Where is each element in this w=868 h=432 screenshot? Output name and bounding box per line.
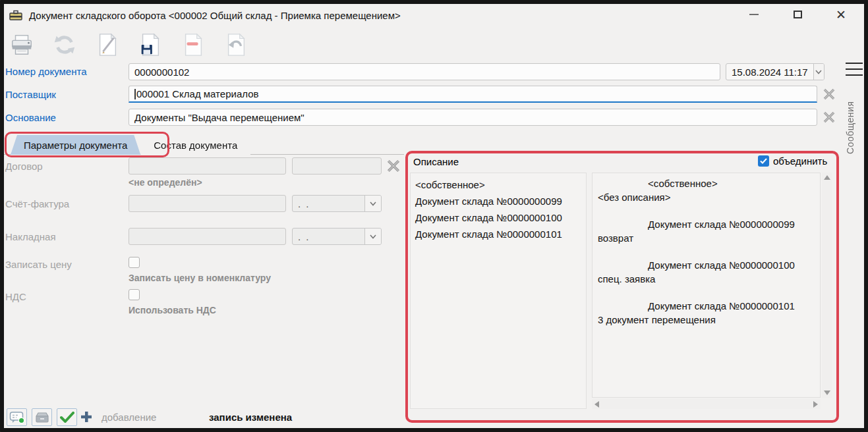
comment-icon <box>9 411 25 424</box>
clear-x-icon <box>386 159 401 173</box>
invoice-date-combo[interactable]: . . <box>292 195 382 212</box>
merge-checkbox-group[interactable]: объединить <box>758 155 827 167</box>
toolbox-icon <box>9 9 22 21</box>
horizontal-scrollbar[interactable] <box>592 399 821 409</box>
app-window: Документ складского оборота <000002 Общи… <box>0 0 868 432</box>
drawer-button[interactable] <box>32 408 52 426</box>
supplier-label: Поставщик <box>5 89 56 100</box>
status-message-text: запись изменена <box>209 412 292 423</box>
waybill-label: Накладная <box>5 231 56 242</box>
merge-checkbox-label: объединить <box>773 155 827 167</box>
scroll-up-icon[interactable] <box>824 175 830 180</box>
invoice-input[interactable] <box>129 195 286 212</box>
close-button[interactable]: ✕ <box>819 4 863 25</box>
save-button[interactable] <box>137 32 163 58</box>
vat-label: НДС <box>5 291 26 302</box>
doc-datetime-value: 15.08.2024 11:17 <box>726 64 813 80</box>
write-price-caption: Записать цену в номенклатуру <box>129 273 271 283</box>
check-icon <box>760 158 767 164</box>
minimize-icon <box>749 14 759 15</box>
list-item[interactable]: Документ склада №0000000100 <box>415 209 581 226</box>
waybill-date-combo[interactable]: . . <box>292 228 382 245</box>
contract-clear-button[interactable] <box>385 158 402 174</box>
list-item[interactable]: Документ склада №0000000101 <box>415 226 581 242</box>
entry-body: <без описания> <box>598 190 815 204</box>
description-entry: Документ склада №0000000099 возврат <box>598 217 815 245</box>
window-controls: ✕ <box>732 4 863 26</box>
edit-button[interactable] <box>94 32 121 58</box>
edit-icon <box>95 32 120 57</box>
basis-clear-button[interactable] <box>821 109 838 125</box>
vat-caption: Использовать НДС <box>129 305 216 315</box>
scroll-down-icon[interactable] <box>824 391 830 395</box>
delete-button[interactable] <box>180 32 206 58</box>
merge-checkbox[interactable] <box>758 155 769 167</box>
text-caret <box>134 89 136 99</box>
list-item[interactable]: Документ склада №0000000099 <box>415 193 581 209</box>
undo-icon <box>223 32 248 57</box>
supplier-value: 000001 Склад материалов <box>136 88 258 99</box>
waybill-input[interactable] <box>129 228 286 245</box>
entry-head: Документ склада №0000000101 <box>598 299 815 313</box>
scroll-left-icon[interactable] <box>594 401 599 408</box>
entry-head: <собственное> <box>598 176 815 190</box>
menu-icon <box>846 63 863 64</box>
entry-body: спец. заявка <box>598 272 815 286</box>
description-entry: <собственное> <без описания> <box>598 176 815 204</box>
basis-input[interactable]: Документы "Выдача перемещением" <box>129 109 817 126</box>
undo-button[interactable] <box>223 32 249 58</box>
delete-icon <box>181 32 206 57</box>
clear-x-icon <box>823 88 836 100</box>
write-price-checkbox[interactable] <box>129 257 140 268</box>
toolbar <box>9 32 249 58</box>
vertical-scrollbar[interactable] <box>822 173 832 398</box>
tab-document-content[interactable]: Состав документа <box>140 135 250 155</box>
status-mode-text: добавление <box>101 412 156 423</box>
chevron-down-icon <box>370 202 376 206</box>
merged-description-text[interactable]: <собственное> <без описания> Документ ск… <box>592 173 821 398</box>
doc-datetime-combo[interactable]: 15.08.2024 11:17 <box>726 63 825 80</box>
maximize-button[interactable] <box>776 4 819 25</box>
messages-side-tab[interactable]: Сообщения <box>845 88 861 167</box>
entry-body: возврат <box>598 231 815 245</box>
tab-document-params[interactable]: Параметры документа <box>11 135 140 155</box>
chevron-down-icon <box>815 70 822 74</box>
contract-input[interactable] <box>129 157 286 175</box>
drawer-icon <box>34 411 50 424</box>
window-title: Документ складского оборота <000002 Общи… <box>29 10 401 21</box>
description-source-list[interactable]: <собственное>Документ склада №0000000099… <box>410 173 587 409</box>
contract-hint: <не определён> <box>129 177 202 188</box>
basis-value: Документы "Выдача перемещением" <box>134 112 304 123</box>
contract-number-input[interactable] <box>292 157 382 175</box>
print-button[interactable] <box>9 32 35 58</box>
supplier-input[interactable]: 000001 Склад материалов <box>129 86 817 103</box>
waybill-date-value: . . <box>293 229 364 244</box>
entry-body: 3 документ перемещения <box>598 313 815 327</box>
confirm-button[interactable] <box>57 408 77 426</box>
contract-label: Договор <box>5 161 43 172</box>
close-icon: ✕ <box>836 9 846 21</box>
waybill-date-dropdown-button[interactable] <box>364 229 381 244</box>
list-item[interactable]: <собственное> <box>415 176 581 193</box>
maximize-icon <box>794 11 802 18</box>
invoice-date-dropdown-button[interactable] <box>364 196 381 211</box>
vat-checkbox[interactable] <box>129 289 140 300</box>
datetime-dropdown-button[interactable] <box>813 64 824 80</box>
menu-button[interactable] <box>846 63 863 76</box>
write-price-label: Записать цену <box>5 259 72 270</box>
comment-button[interactable] <box>7 408 27 426</box>
supplier-clear-button[interactable] <box>821 86 838 102</box>
minimize-button[interactable] <box>732 4 776 25</box>
print-icon <box>9 32 34 57</box>
doc-number-input[interactable]: 0000000102 <box>129 63 720 80</box>
refresh-button[interactable] <box>51 32 78 58</box>
scroll-right-icon[interactable] <box>813 401 818 408</box>
basis-label: Основание <box>5 112 56 123</box>
green-check-icon <box>60 412 74 423</box>
add-button[interactable] <box>78 409 94 425</box>
description-entry: Документ склада №0000000100 спец. заявка <box>598 258 815 286</box>
plus-icon <box>80 411 92 423</box>
title-bar: Документ складского оборота <000002 Общи… <box>4 4 864 26</box>
doc-number-label: Номер документа <box>5 66 86 77</box>
clear-x-icon <box>823 111 836 123</box>
